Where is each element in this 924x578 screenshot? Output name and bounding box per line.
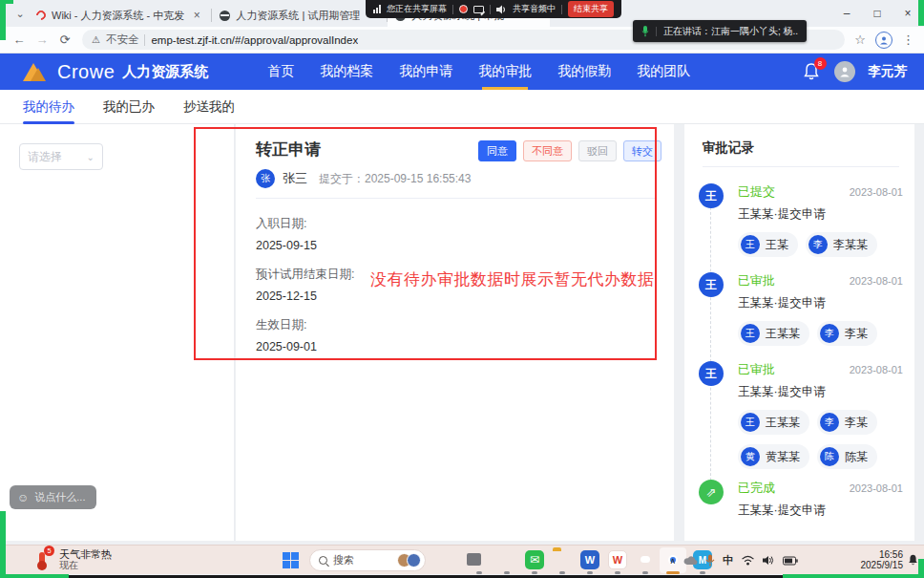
ime-indicator[interactable]: 中 — [723, 553, 733, 567]
record-desc: 王某某·提交申请 — [738, 384, 903, 400]
notification-bell-icon[interactable]: 8 — [802, 62, 821, 81]
wechat-icon[interactable] — [636, 550, 655, 569]
mic-tray-icon[interactable] — [705, 554, 715, 567]
nav-item-my-files[interactable]: 我的档案 — [320, 54, 373, 90]
microphone-icon — [641, 26, 649, 37]
person-tag: 黄黄某某 — [738, 444, 809, 469]
mail-app-icon[interactable]: ✉ — [525, 550, 544, 569]
start-button-icon[interactable] — [283, 552, 299, 568]
volume-icon[interactable] — [763, 555, 775, 566]
action-buttons: 同意 不同意 驳回 转交 — [478, 140, 662, 161]
field-label: 预计试用结束日期: — [256, 267, 354, 283]
record-icon[interactable] — [459, 5, 468, 13]
wps-icon[interactable]: W — [608, 550, 627, 569]
nav-item-my-approvals[interactable]: 我的审批 — [478, 54, 532, 90]
tab-my-todo[interactable]: 我的待办 — [23, 90, 74, 124]
forward-icon[interactable]: → — [31, 32, 53, 47]
field-value: 2025-09-01 — [256, 340, 354, 353]
task-view-icon[interactable] — [470, 550, 489, 569]
tab-cc-to-me[interactable]: 抄送我的 — [183, 90, 235, 124]
back-icon[interactable]: ← — [8, 32, 31, 47]
user-avatar[interactable] — [834, 61, 855, 82]
app-navbar: Crowe 人力资源系统 首页 我的档案 我的申请 我的审批 我的假勤 我的团队… — [0, 54, 924, 90]
approve-button[interactable]: 同意 — [478, 140, 516, 161]
record-status: 已审批 — [738, 361, 775, 378]
record-date: 2023-08-01 — [850, 186, 903, 198]
person-name: 李某某 — [833, 237, 868, 253]
transfer-button[interactable]: 转交 — [623, 140, 662, 161]
approval-subtabs: 我的待办 我的已办 抄送我的 — [0, 90, 924, 124]
brand-name: Crowe — [57, 61, 115, 83]
file-explorer-icon[interactable] — [553, 550, 572, 569]
notification-badge: 8 — [814, 57, 827, 70]
sharing-status-text: 您正在共享屏幕 — [387, 3, 447, 15]
person-avatar: 李 — [808, 235, 828, 254]
tray-chevron-icon[interactable]: ∧ — [669, 556, 676, 566]
browser-profile-icon[interactable] — [875, 32, 892, 49]
bookmark-star-icon[interactable]: ☆ — [854, 32, 866, 47]
browser-menu-icon[interactable]: ⋮ — [902, 32, 914, 47]
speaking-toast: 正在讲话：江南一隅小丫头; 杨.. — [633, 20, 807, 42]
approver-tags: 王王某 李李某某 — [738, 232, 903, 257]
nav-item-my-team[interactable]: 我的团队 — [637, 54, 690, 90]
field-label: 生效日期: — [256, 317, 354, 333]
word-icon[interactable]: W — [580, 550, 599, 569]
record-entry: 王 已提交 2023-08-01 王某某·提交申请 王王某 李李某某 — [699, 183, 903, 257]
reload-icon[interactable]: ⟳ — [53, 32, 76, 47]
weather-headline: 天气非常热 — [59, 548, 112, 560]
nav-item-home[interactable]: 首页 — [267, 54, 294, 90]
person-avatar: 王 — [741, 235, 760, 254]
person-tag: 王王某某 — [738, 410, 809, 435]
weather-widget[interactable]: 5 天气非常热 现在 — [32, 548, 112, 570]
clock-date: 2025/9/15 — [861, 560, 904, 571]
tab-search-icon[interactable]: ⌄ — [11, 5, 29, 22]
taskbar-clock[interactable]: 16:56 2025/9/15 — [861, 549, 904, 571]
disapprove-button[interactable]: 不同意 — [523, 140, 572, 161]
maximize-button[interactable]: □ — [867, 7, 888, 20]
tab-close-icon[interactable]: × — [190, 9, 203, 22]
notification-center-icon[interactable] — [908, 554, 918, 566]
screen-share-toolbar: 您正在共享屏幕 共享音频中 结束共享 — [366, 0, 621, 18]
chat-placeholder: 说点什么... — [34, 490, 85, 504]
approver-avatar: 王 — [699, 361, 724, 386]
taskbar-search[interactable]: 搜索 — [309, 549, 426, 571]
record-date: 2023-08-01 — [850, 275, 903, 287]
divider — [144, 34, 145, 46]
edge-icon[interactable] — [497, 550, 516, 569]
not-secure-chip[interactable]: 不安全 — [106, 32, 139, 47]
tab-my-done[interactable]: 我的已办 — [103, 90, 155, 124]
minimize-button[interactable]: – — [836, 7, 857, 20]
sendback-button[interactable]: 驳回 — [578, 140, 617, 161]
system-tray: ∧ 中 — [669, 546, 798, 575]
person-tag: 李李某 — [817, 321, 877, 346]
todo-list-panel: 请选择 ⌄ — [0, 124, 235, 541]
approver-tags: 王王某某 李李某 — [738, 410, 903, 435]
approval-detail-panel: 转正申请 同意 不同意 驳回 转交 张 张三 提交于：2025-09-15 16… — [236, 124, 674, 541]
toolbar-right: ☆ ⋮ — [854, 32, 914, 49]
field-value: 2025-12-15 — [256, 289, 354, 303]
record-entry: ⇗ 已完成 2023-08-01 王某某·提交申请 — [699, 480, 903, 519]
divider — [561, 5, 562, 14]
nav-right: 8 李元芳 — [802, 54, 908, 90]
battery-icon[interactable] — [783, 556, 798, 566]
chevron-down-icon: ⌄ — [87, 152, 94, 162]
person-name: 黄某某 — [766, 449, 800, 465]
wifi-icon[interactable] — [741, 555, 755, 566]
nav-item-my-leave[interactable]: 我的假勤 — [557, 54, 611, 90]
person-tag: 陈陈某 — [817, 444, 877, 469]
warning-icon: ⚠ — [92, 34, 100, 45]
globe-favicon — [220, 11, 230, 21]
meeting-chat-bubble[interactable]: ☺ 说点什么... — [10, 485, 96, 509]
user-name[interactable]: 李元芳 — [869, 63, 908, 80]
onedrive-cloud-icon[interactable] — [683, 556, 698, 566]
tab-title: 人力资源系统 | 试用期管理 — [236, 9, 360, 23]
close-button[interactable]: × — [897, 7, 918, 20]
url-text: emp-test.zjf-it.cn/#/approval/approvalIn… — [151, 34, 358, 46]
nav-item-my-applications[interactable]: 我的申请 — [399, 54, 452, 90]
browser-tab-wiki[interactable]: Wiki - 人力资源系统 - 中克发 × — [29, 4, 211, 27]
browser-tab-probation[interactable]: 人力资源系统 | 试用期管理 × — [212, 4, 387, 27]
stop-sharing-button[interactable]: 结束共享 — [568, 1, 614, 17]
filter-select[interactable]: 请选择 ⌄ — [19, 143, 103, 170]
screen: ⌄ Wiki - 人力资源系统 - 中克发 × 人力资源系统 | 试用期管理 ×… — [0, 0, 924, 578]
annotate-screen-icon[interactable] — [473, 6, 484, 13]
